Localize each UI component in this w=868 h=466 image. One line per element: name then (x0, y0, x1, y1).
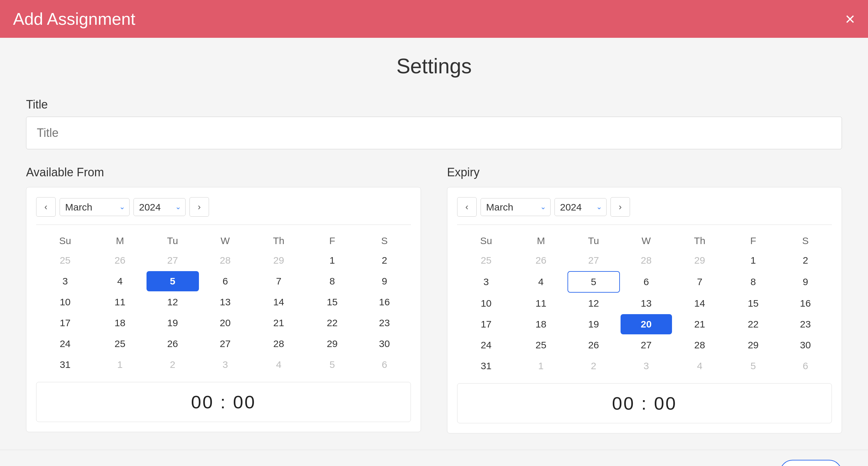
table-row[interactable]: 5 (567, 271, 620, 293)
available-from-section: Available From ‹ JanuaryFebruaryMarchApr… (26, 166, 421, 433)
table-row[interactable]: 5 (727, 356, 779, 376)
table-row[interactable]: 26 (567, 335, 620, 355)
month-select-left[interactable]: JanuaryFebruaryMarchAprilMayJuneJulyAugu… (60, 198, 130, 216)
table-row[interactable]: 19 (147, 313, 199, 333)
table-row[interactable]: 20 (621, 314, 672, 334)
table-row[interactable]: 9 (359, 271, 410, 291)
table-row[interactable]: 31 (458, 356, 515, 376)
year-select-right[interactable]: 20222023202420252026 (555, 198, 607, 216)
table-row[interactable]: 29 (252, 250, 306, 270)
table-row[interactable]: 7 (252, 271, 306, 291)
table-row[interactable]: 22 (727, 314, 779, 334)
table-row[interactable]: 26 (515, 250, 566, 270)
table-row[interactable]: 15 (727, 293, 779, 314)
table-row[interactable]: 25 (515, 335, 566, 355)
available-from-time[interactable]: 00 : 00 (36, 382, 411, 422)
table-row[interactable]: 29 (673, 250, 727, 270)
prev-month-btn-right[interactable]: ‹ (457, 197, 477, 217)
table-row[interactable]: 26 (147, 334, 199, 354)
table-row[interactable]: 4 (252, 354, 306, 375)
table-row[interactable]: 1 (727, 250, 779, 270)
expiry-time[interactable]: 00 : 00 (457, 383, 832, 423)
table-row[interactable]: 18 (515, 314, 566, 334)
table-row[interactable]: 9 (780, 271, 831, 293)
table-row[interactable]: 18 (94, 313, 146, 333)
table-row[interactable]: 27 (199, 334, 251, 354)
table-row[interactable]: 26 (94, 250, 146, 270)
table-row[interactable]: 12 (147, 292, 199, 312)
table-row[interactable]: 21 (673, 314, 727, 334)
table-row[interactable]: 8 (727, 271, 779, 293)
table-row[interactable]: 30 (359, 334, 410, 354)
year-select-left[interactable]: 20222023202420252026 (133, 198, 186, 216)
table-row[interactable]: 3 (458, 271, 515, 293)
table-row[interactable]: 29 (306, 334, 358, 354)
table-row[interactable]: 22 (306, 313, 358, 333)
close-button[interactable]: × (845, 10, 855, 27)
month-select-right[interactable]: JanuaryFebruaryMarchAprilMayJuneJulyAugu… (480, 198, 551, 216)
next-button[interactable]: Next › (780, 460, 842, 466)
table-row[interactable]: 13 (199, 292, 251, 312)
table-row[interactable]: 3 (621, 356, 672, 376)
table-row[interactable]: 11 (94, 292, 146, 312)
table-row[interactable]: 28 (673, 335, 727, 355)
table-row[interactable]: 2 (780, 250, 831, 270)
table-row[interactable]: 3 (199, 354, 251, 375)
table-row[interactable]: 27 (567, 250, 620, 270)
table-row[interactable]: 10 (37, 292, 93, 312)
table-row[interactable]: 30 (780, 335, 831, 355)
table-row[interactable]: 19 (567, 314, 620, 334)
table-row[interactable]: 17 (458, 314, 515, 334)
table-row[interactable]: 28 (199, 250, 251, 270)
col-m-left: M (94, 232, 146, 250)
table-row[interactable]: 6 (780, 356, 831, 376)
next-month-btn-left[interactable]: › (189, 197, 209, 217)
table-row[interactable]: 1 (306, 250, 358, 270)
table-row[interactable]: 4 (673, 356, 727, 376)
table-row[interactable]: 28 (621, 250, 672, 270)
table-row[interactable]: 11 (515, 293, 566, 314)
table-row[interactable]: 5 (147, 271, 199, 291)
table-row[interactable]: 3 (37, 271, 93, 291)
table-row[interactable]: 4 (515, 271, 566, 293)
table-row[interactable]: 16 (780, 293, 831, 314)
table-row[interactable]: 24 (458, 335, 515, 355)
table-row[interactable]: 5 (306, 354, 358, 375)
table-row[interactable]: 21 (252, 313, 306, 333)
table-row[interactable]: 2 (567, 356, 620, 376)
table-row[interactable]: 13 (621, 293, 672, 314)
table-row[interactable]: 2 (359, 250, 410, 270)
table-row[interactable]: 6 (621, 271, 672, 293)
table-row[interactable]: 14 (673, 293, 727, 314)
table-row[interactable]: 8 (306, 271, 358, 291)
table-row[interactable]: 4 (94, 271, 146, 291)
table-row[interactable]: 25 (37, 250, 93, 270)
table-row[interactable]: 28 (252, 334, 306, 354)
table-row[interactable]: 20 (199, 313, 251, 333)
title-input[interactable] (26, 117, 842, 149)
table-row[interactable]: 6 (359, 354, 410, 375)
table-row[interactable]: 25 (94, 334, 146, 354)
table-row[interactable]: 10 (458, 293, 515, 314)
table-row[interactable]: 16 (359, 292, 410, 312)
table-row[interactable]: 1 (94, 354, 146, 375)
table-row[interactable]: 31 (37, 354, 93, 375)
prev-month-btn-left[interactable]: ‹ (36, 197, 56, 217)
table-row[interactable]: 17 (37, 313, 93, 333)
table-row[interactable]: 27 (147, 250, 199, 270)
next-month-btn-right[interactable]: › (611, 197, 630, 217)
table-row[interactable]: 24 (37, 334, 93, 354)
table-row[interactable]: 29 (727, 335, 779, 355)
table-row[interactable]: 12 (567, 293, 620, 314)
table-row[interactable]: 14 (252, 292, 306, 312)
table-row[interactable]: 1 (515, 356, 566, 376)
table-row[interactable]: 27 (621, 335, 672, 355)
table-row[interactable]: 23 (359, 313, 410, 333)
table-row[interactable]: 25 (458, 250, 515, 270)
table-row[interactable]: 15 (306, 292, 358, 312)
table-row[interactable]: 23 (780, 314, 831, 334)
expiry-section: Expiry ‹ JanuaryFebruaryMarchAprilMayJun… (447, 166, 842, 433)
table-row[interactable]: 7 (673, 271, 727, 293)
table-row[interactable]: 2 (147, 354, 199, 375)
table-row[interactable]: 6 (199, 271, 251, 291)
